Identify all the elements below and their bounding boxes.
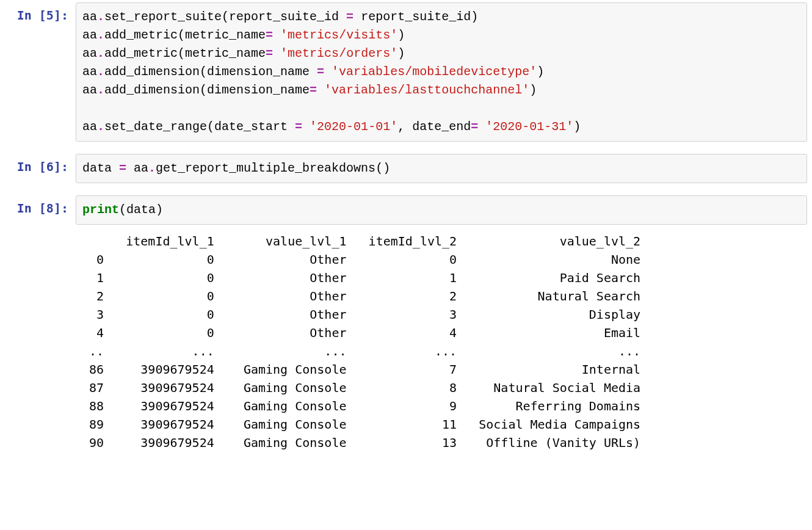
code-input-area[interactable]: print(data) bbox=[76, 195, 807, 225]
code-line: aa.add_dimension(dimension_name = 'varia… bbox=[82, 63, 800, 81]
code-token: = bbox=[266, 28, 280, 42]
code-token: = bbox=[266, 46, 280, 60]
code-token: 'variables/lasttouchchannel' bbox=[324, 83, 529, 97]
code-input-area[interactable]: data = aa.get_report_multiple_breakdowns… bbox=[76, 154, 807, 183]
code-line: print(data) bbox=[82, 201, 800, 219]
code-line bbox=[82, 100, 800, 118]
code-token: ) bbox=[529, 83, 537, 97]
code-token: aa bbox=[82, 65, 97, 79]
code-token: (metric_name bbox=[178, 46, 266, 60]
code-line: aa.add_dimension(dimension_name= 'variab… bbox=[82, 81, 800, 100]
code-token: = bbox=[346, 10, 353, 24]
code-line: aa.add_metric(metric_name= 'metrics/visi… bbox=[82, 26, 800, 45]
code-line: aa.set_report_suite(report_suite_id = re… bbox=[82, 8, 800, 26]
code-token: add_metric bbox=[104, 46, 178, 60]
code-token: (metric_name bbox=[178, 28, 266, 42]
cell-prompt: In [8]: bbox=[0, 193, 76, 227]
code-token: report_suite_id) bbox=[353, 10, 478, 24]
output-prompt-empty bbox=[0, 227, 76, 457]
code-token: . bbox=[97, 46, 104, 60]
output-text: itemId_lvl_1 value_lvl_1 itemId_lvl_2 va… bbox=[76, 227, 807, 457]
code-token: ) bbox=[537, 65, 544, 79]
code-token: (dimension_name bbox=[200, 83, 310, 97]
code-token: set_report_suite bbox=[104, 10, 222, 24]
code-token: . bbox=[97, 83, 104, 97]
code-line: data = aa.get_report_multiple_breakdowns… bbox=[82, 159, 800, 178]
code-token: = bbox=[471, 120, 485, 134]
code-token: aa bbox=[82, 10, 97, 24]
code-token: . bbox=[97, 28, 104, 42]
code-token: aa bbox=[82, 120, 97, 134]
code-token: 'metrics/visits' bbox=[280, 28, 397, 42]
code-token: aa bbox=[82, 83, 97, 97]
code-token: 'variables/mobiledevicetype' bbox=[332, 65, 537, 79]
code-token: = bbox=[310, 83, 324, 97]
cell-prompt: In [5]: bbox=[0, 0, 76, 144]
code-token: (date_start bbox=[207, 120, 295, 134]
code-token: add_dimension bbox=[104, 65, 200, 79]
code-token: aa bbox=[82, 46, 97, 60]
code-token: () bbox=[375, 161, 390, 175]
code-token: = bbox=[119, 161, 126, 175]
code-line: aa.set_date_range(date_start = '2020-01-… bbox=[82, 118, 800, 136]
code-token: , date_end bbox=[397, 120, 471, 134]
code-token: get_report_multiple_breakdowns bbox=[156, 161, 375, 175]
code-token: ) bbox=[397, 46, 405, 60]
code-token: = bbox=[295, 120, 310, 134]
code-token: data bbox=[82, 161, 119, 175]
code-token: (data) bbox=[119, 203, 163, 217]
notebook-cell-8-output: itemId_lvl_1 value_lvl_1 itemId_lvl_2 va… bbox=[0, 227, 812, 457]
code-token: '2020-01-01' bbox=[310, 120, 397, 134]
code-token: set_date_range bbox=[104, 120, 207, 134]
code-line: aa.add_metric(metric_name= 'metrics/orde… bbox=[82, 45, 800, 63]
code-token: . bbox=[97, 120, 104, 134]
code-token: . bbox=[148, 161, 156, 175]
code-token: aa bbox=[82, 28, 97, 42]
code-token: add_metric bbox=[104, 28, 178, 42]
code-token: . bbox=[97, 65, 104, 79]
code-token: (dimension_name bbox=[200, 65, 317, 79]
code-token: = bbox=[317, 65, 332, 79]
notebook-cell-8: In [8]: print(data) bbox=[0, 193, 812, 227]
code-input-area[interactable]: aa.set_report_suite(report_suite_id = re… bbox=[76, 2, 807, 142]
code-token: aa bbox=[126, 161, 148, 175]
notebook-cell-5: In [5]: aa.set_report_suite(report_suite… bbox=[0, 0, 812, 144]
code-token: (report_suite_id bbox=[222, 10, 346, 24]
code-token: ) bbox=[397, 28, 405, 42]
notebook-cell-6: In [6]: data = aa.get_report_multiple_br… bbox=[0, 151, 812, 186]
code-token: ) bbox=[573, 120, 581, 134]
code-token: print bbox=[82, 203, 119, 217]
code-token: '2020-01-31' bbox=[485, 120, 573, 134]
code-token: 'metrics/orders' bbox=[280, 46, 397, 60]
code-token: . bbox=[97, 10, 104, 24]
cell-prompt: In [6]: bbox=[0, 151, 76, 186]
code-token: add_dimension bbox=[104, 83, 200, 97]
